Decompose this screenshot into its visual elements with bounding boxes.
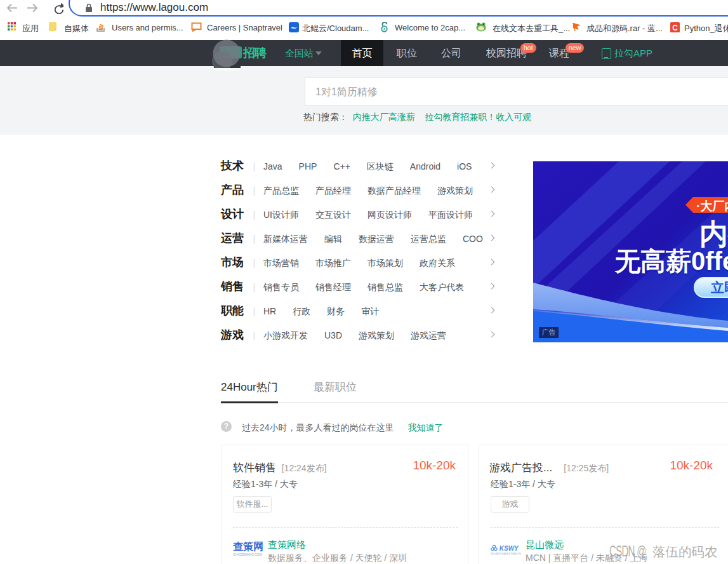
svg-text:C: C bbox=[672, 24, 678, 32]
